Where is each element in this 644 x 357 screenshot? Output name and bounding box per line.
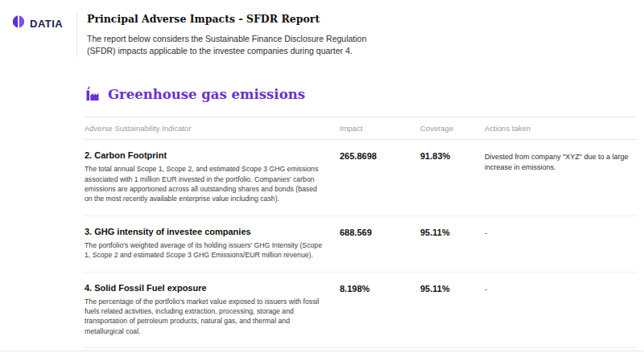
indicator-cell: 2. Carbon Footprint The total annual Sco…	[85, 150, 340, 203]
section-title: Greenhouse gas emissions	[108, 87, 305, 102]
header-text: Principal Adverse Impacts - SFDR Report …	[76, 11, 415, 57]
indicator-cell: 4. Solid Fossil Fuel exposure The percen…	[85, 283, 340, 336]
actions-cell: -	[485, 227, 631, 261]
table-row: GHG intensity of investee countries - - …	[85, 348, 636, 357]
indicator-title: 4. Solid Fossil Fuel exposure	[85, 283, 340, 293]
table-row: 2. Carbon Footprint The total annual Sco…	[85, 140, 636, 215]
report-header: DATIA Principal Adverse Impacts - SFDR R…	[0, 0, 644, 57]
sfdr-report-page: DATIA Principal Adverse Impacts - SFDR R…	[0, 0, 644, 357]
brand-logo[interactable]: DATIA	[0, 11, 76, 32]
indicator-cell: 3. GHG intensity of investee companies T…	[85, 227, 340, 261]
col-header-actions: Actions taken	[485, 124, 636, 133]
indicator-description: The percentage of the portfolio's market…	[85, 297, 326, 336]
indicator-title: 2. Carbon Footprint	[85, 150, 340, 160]
section-heading-ghg: Greenhouse gas emissions	[85, 86, 644, 102]
indicator-description: The portfolio's weighted average of its …	[85, 240, 326, 261]
coverage-cell: 95.11%	[420, 227, 485, 261]
impact-cell: 265.8698	[340, 150, 420, 203]
indicator-description: The total annual Scope 1, Scope 2, and e…	[85, 164, 326, 203]
table-header-row: Adverse Sustainability Indicator Impact …	[85, 117, 636, 140]
page-title: Principal Adverse Impacts - SFDR Report	[87, 13, 415, 25]
col-header-coverage: Coverage	[420, 124, 485, 133]
actions-cell: -	[485, 283, 631, 336]
table-row: 4. Solid Fossil Fuel exposure The percen…	[85, 273, 636, 348]
table-row: 3. GHG intensity of investee companies T…	[85, 216, 636, 273]
coverage-cell: 91.83%	[420, 150, 485, 203]
brand-name: DATIA	[30, 18, 63, 30]
bottom-divider	[0, 351, 644, 351]
page-description: The report below considers the Sustainab…	[87, 33, 386, 57]
pai-table: Adverse Sustainability Indicator Impact …	[85, 117, 636, 357]
col-header-indicator: Adverse Sustainability Indicator	[85, 124, 340, 133]
factory-icon	[85, 86, 101, 102]
indicator-title: 3. GHG intensity of investee companies	[85, 227, 340, 236]
impact-cell: 8.198%	[340, 283, 420, 336]
actions-cell: Divested from company "XYZ" due to a lar…	[485, 150, 631, 203]
impact-cell: 688.569	[340, 227, 420, 261]
col-header-impact: Impact	[340, 124, 420, 133]
coverage-cell: 95.11%	[420, 283, 485, 336]
datia-logo-icon	[11, 14, 26, 32]
